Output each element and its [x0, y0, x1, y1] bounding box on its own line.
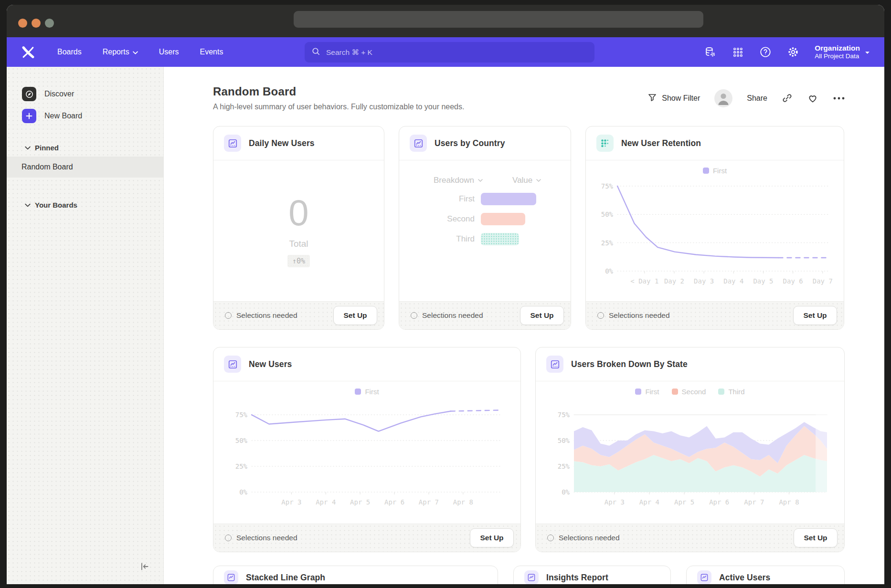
svg-text:Day 7: Day 7 — [813, 277, 833, 285]
kpi-value: 0 — [288, 195, 308, 231]
sidebar-section-pinned[interactable]: Pinned — [7, 139, 163, 156]
status-circle-icon — [225, 535, 232, 541]
settings-gear-icon[interactable] — [787, 46, 799, 58]
svg-text:Apr 7: Apr 7 — [419, 498, 439, 506]
card-title: New User Retention — [621, 138, 701, 148]
apps-grid-icon[interactable] — [732, 46, 744, 58]
status-label: Selections needed — [422, 311, 483, 320]
kpi-delta-badge: ↑0% — [287, 255, 310, 267]
card-header: Insights Report — [514, 566, 670, 584]
line-chart-icon — [410, 135, 427, 152]
status-circle-icon — [547, 535, 554, 541]
chart-legend: First — [213, 388, 520, 396]
nav-item-boards[interactable]: Boards — [57, 48, 82, 56]
svg-text:< Day 1: < Day 1 — [630, 277, 658, 285]
svg-text:Day 3: Day 3 — [694, 277, 714, 285]
avatar[interactable] — [714, 89, 732, 107]
favorite-heart-icon[interactable] — [807, 93, 818, 104]
card-title: Stacked Line Graph — [246, 573, 325, 583]
svg-text:Apr 6: Apr 6 — [709, 498, 729, 506]
window-minimize-button[interactable] — [32, 19, 41, 28]
svg-text:Apr 3: Apr 3 — [281, 498, 301, 506]
svg-text:75%: 75% — [601, 182, 614, 190]
setup-button[interactable]: Set Up — [520, 306, 564, 325]
board-content: Random Board A high-level summary of use… — [164, 67, 884, 584]
country-columns: Breakdown Value — [399, 176, 571, 185]
setup-button[interactable]: Set Up — [333, 306, 377, 325]
nav-item-users[interactable]: Users — [159, 48, 179, 56]
mixpanel-logo-icon[interactable] — [21, 46, 35, 59]
nav-item-events[interactable]: Events — [200, 48, 223, 56]
app-window: Boards Reports Users Events — [7, 5, 884, 584]
share-button[interactable]: Share — [747, 94, 767, 103]
sidebar-item-label: New Board — [44, 112, 82, 120]
svg-text:Apr 4: Apr 4 — [316, 498, 336, 506]
dropdown-label: Breakdown — [434, 176, 474, 185]
chevron-down-icon — [478, 179, 483, 182]
sidebar-collapse-button[interactable] — [139, 562, 150, 573]
window-titlebar — [7, 5, 884, 37]
help-icon[interactable] — [759, 46, 772, 58]
more-options-icon[interactable] — [833, 96, 845, 101]
svg-text:25%: 25% — [558, 462, 570, 470]
nav-item-reports[interactable]: Reports — [103, 48, 138, 56]
global-search[interactable] — [305, 42, 594, 63]
legend-swatch — [718, 388, 724, 395]
section-label: Pinned — [35, 144, 59, 152]
value-dropdown[interactable]: Value — [512, 176, 541, 185]
sidebar-item-label: Discover — [44, 90, 74, 98]
top-navbar: Boards Reports Users Events — [7, 37, 884, 67]
card-header: Active Users — [687, 566, 844, 584]
dropdown-label: Value — [512, 176, 532, 185]
new-users-chart-body: First 75%50%25%0%Apr 3Apr 4Apr 5Apr 6Apr… — [213, 381, 520, 524]
org-switcher[interactable]: Organization All Project Data — [815, 43, 870, 61]
kpi-body: 0 Total ↑0% — [213, 160, 384, 301]
card-new-user-retention: New User Retention First 75%50%25%0%< Da… — [585, 126, 844, 330]
row-label: First — [399, 194, 475, 204]
kpi-label: Total — [289, 239, 308, 249]
copy-link-icon[interactable] — [782, 93, 793, 104]
sidebar-item-discover[interactable]: Discover — [7, 83, 163, 105]
card-header: New User Retention — [586, 126, 844, 160]
window-zoom-button[interactable] — [45, 19, 54, 28]
card-stacked-line-graph: Stacked Line Graph — [213, 566, 498, 584]
page-title: Random Board — [213, 85, 464, 98]
search-icon — [311, 47, 320, 58]
data-management-icon[interactable] — [704, 46, 716, 58]
card-new-users: New Users First 75%50%25%0%Apr 3Apr 4Apr… — [213, 347, 521, 552]
status-label: Selections needed — [559, 534, 620, 542]
bar-second — [481, 213, 525, 225]
org-labels: Organization All Project Data — [815, 43, 860, 61]
search-input[interactable] — [325, 48, 588, 57]
board-actions: Show Filter Share — [647, 89, 845, 107]
svg-text:50%: 50% — [235, 437, 248, 444]
card-title: Users Broken Down By State — [571, 359, 688, 369]
legend-label: First — [645, 388, 659, 396]
setup-button[interactable]: Set Up — [793, 306, 837, 325]
show-filter-label: Show Filter — [662, 94, 700, 103]
show-filter-button[interactable]: Show Filter — [647, 93, 700, 104]
svg-text:Apr 5: Apr 5 — [674, 498, 694, 506]
sidebar-section-your-boards[interactable]: Your Boards — [7, 197, 163, 213]
card-footer: Selections needed Set Up — [586, 301, 844, 329]
line-chart-icon — [524, 570, 539, 584]
country-row: Third — [399, 233, 571, 245]
sidebar-item-new-board[interactable]: New Board — [7, 105, 163, 127]
card-header: Daily New Users — [213, 126, 384, 160]
breakdown-dropdown[interactable]: Breakdown — [434, 176, 483, 185]
setup-button[interactable]: Set Up — [470, 528, 514, 547]
sidebar-item-random-board[interactable]: Random Board — [7, 157, 163, 178]
legend-swatch — [635, 388, 641, 395]
navbar-right-controls: Organization All Project Data — [704, 37, 870, 67]
status: Selections needed — [597, 311, 670, 320]
card-daily-new-users: Daily New Users 0 Total ↑0% Selections n… — [213, 126, 384, 330]
line-chart-icon — [546, 356, 563, 373]
setup-button[interactable]: Set Up — [794, 528, 838, 547]
card-header: Users Broken Down By State — [536, 347, 844, 381]
card-users-by-country: Users by Country Breakdown Value — [399, 126, 571, 330]
window-close-button[interactable] — [18, 19, 27, 28]
url-bar[interactable] — [294, 11, 703, 28]
status-label: Selections needed — [609, 311, 670, 320]
row-label: Third — [399, 234, 475, 244]
status-circle-icon — [597, 312, 604, 319]
